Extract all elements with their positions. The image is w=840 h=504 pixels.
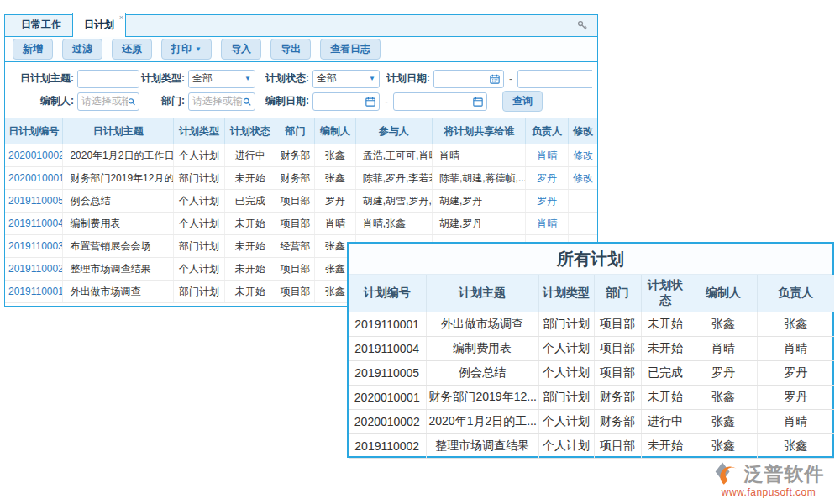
cell-link[interactable]: 2019110004: [5, 213, 63, 235]
table-cell: 经营部: [276, 235, 315, 258]
cell-link[interactable]: 2019110001: [5, 281, 63, 303]
add-button[interactable]: 新增: [13, 39, 53, 60]
type-select[interactable]: 全部 ▼: [188, 70, 255, 88]
plan-date-to-input[interactable]: [517, 70, 592, 88]
table-cell: 胡建,胡雪,罗丹,任晓...: [355, 190, 432, 213]
cell-link[interactable]: 罗丹: [526, 190, 569, 213]
table-cell: 项目部: [594, 433, 641, 458]
calendar-icon[interactable]: [365, 97, 375, 107]
search-icon[interactable]: [243, 97, 251, 107]
cell-link[interactable]: 肖晴: [526, 144, 569, 167]
desktop: 日常工作 日计划 × 新增 过滤 还原 打印 ▼ 导入 导出 查: [0, 0, 840, 504]
cell-link[interactable]: 2019110003: [5, 235, 63, 258]
type-select-value: 全部: [192, 71, 213, 86]
plan-date-from-input[interactable]: [433, 70, 504, 88]
table-row[interactable]: 2019110001外出做市场调查部门计划项目部未开始张鑫张鑫: [349, 312, 834, 336]
table-row[interactable]: 2019110004编制费用表个人计划项目部未开始肖晴肖晴: [349, 336, 834, 360]
create-date-to-input[interactable]: [393, 92, 487, 111]
status-select[interactable]: 全部 ▼: [312, 70, 380, 88]
table-cell: 胡建,罗丹: [432, 213, 525, 235]
table-cell: 财务部: [276, 167, 315, 190]
cell-link[interactable]: 2020010001: [5, 167, 63, 190]
column-header: 计划主题: [426, 275, 538, 312]
tab-daily-plan[interactable]: 日计划 ×: [72, 13, 126, 37]
table-cell: 已完成: [224, 190, 276, 213]
table-cell: 张鑫: [315, 167, 356, 190]
table-cell: 整理市场调查结果: [63, 258, 174, 281]
table-cell: 2020010002: [349, 409, 426, 433]
filter-button[interactable]: 过滤: [62, 39, 102, 60]
brand-url: www.fanpusoft.com: [702, 486, 835, 498]
table-cell: 未开始: [224, 213, 276, 235]
search-icon[interactable]: [128, 97, 135, 107]
cell-link[interactable]: 肖晴: [526, 213, 569, 235]
cell-link[interactable]: 修改: [569, 144, 598, 167]
dept-placeholder: 请选择或输入: [192, 94, 243, 108]
theme-input[interactable]: [77, 70, 139, 88]
table-row[interactable]: 20200100022020年1月2日的工...个人计划财务部进行中张鑫肖晴: [349, 409, 834, 433]
table-cell: 肖晴: [432, 144, 525, 167]
cell-link[interactable]: 2019110005: [5, 190, 63, 213]
table-row[interactable]: 2019110004编制费用表个人计划未开始项目部肖晴肖晴,张鑫胡建,罗丹肖晴: [5, 213, 597, 235]
key-icon[interactable]: [575, 19, 589, 33]
table-cell: 张鑫: [757, 433, 834, 458]
table-cell: 项目部: [276, 258, 315, 281]
table-cell: 个人计划: [538, 433, 594, 458]
import-button[interactable]: 导入: [221, 39, 261, 60]
all-plans-title: 所有计划: [349, 244, 832, 275]
view-log-button[interactable]: 查看日志: [320, 39, 381, 60]
table-cell: 个人计划: [538, 360, 594, 385]
table-row[interactable]: 2019110002整理市场调查结果个人计划项目部未开始张鑫张鑫: [349, 433, 834, 458]
table-header-row: 日计划编号日计划主题计划类型计划状态部门编制人参与人将计划共享给谁负责人修改: [5, 118, 597, 144]
table-row[interactable]: 2020010001财务部门2019年12月的...部门计划未开始财务部张鑫陈菲…: [5, 167, 597, 190]
print-button[interactable]: 打印 ▼: [161, 39, 212, 60]
cell-link[interactable]: 修改: [569, 167, 598, 190]
column-header: 计划编号: [349, 275, 426, 312]
table-cell: 个人计划: [174, 258, 225, 281]
export-button[interactable]: 导出: [270, 39, 311, 60]
table-cell: 财务部: [276, 144, 315, 167]
table-row[interactable]: 2020010001财务部门2019年12...部门计划财务部未开始张鑫罗丹: [349, 385, 834, 409]
table-cell: 例会总结: [63, 190, 174, 213]
table-cell: 例会总结: [426, 360, 538, 385]
table-cell: 未开始: [641, 385, 690, 409]
table-cell: 部门计划: [174, 281, 225, 303]
table-cell: 已完成: [641, 360, 690, 385]
column-header: 将计划共享给谁: [432, 118, 525, 144]
tab-daily-work[interactable]: 日常工作: [10, 13, 72, 36]
table-row[interactable]: 2019110005例会总结个人计划项目部已完成罗丹罗丹: [349, 360, 834, 385]
calendar-icon[interactable]: [490, 74, 500, 84]
table-cell: 部门计划: [174, 235, 225, 258]
chevron-down-icon: ▼: [244, 76, 251, 82]
table-cell: 未开始: [641, 336, 690, 360]
create-date-from-input[interactable]: [312, 92, 380, 111]
status-select-value: 全部: [317, 71, 337, 86]
brand-name: 泛普软件: [744, 461, 825, 487]
cell-link[interactable]: 罗丹: [526, 167, 569, 190]
table-cell: 个人计划: [538, 409, 594, 433]
theme-label: 日计划主题:: [10, 71, 77, 86]
date-range-separator: -: [380, 96, 393, 108]
tab-close-icon[interactable]: ×: [119, 14, 123, 22]
restore-button[interactable]: 还原: [112, 39, 152, 60]
table-cell: 未开始: [641, 312, 690, 336]
table-cell: 未开始: [224, 258, 276, 281]
type-label: 计划类型:: [139, 71, 188, 86]
table-cell: 2019110001: [349, 312, 426, 336]
table-cell: 2020010001: [349, 385, 426, 409]
query-button[interactable]: 查询: [502, 91, 543, 112]
table-cell: 项目部: [276, 213, 315, 235]
cell-link[interactable]: 2020010002: [5, 144, 63, 167]
table-cell: 项目部: [594, 312, 641, 336]
calendar-icon[interactable]: [473, 97, 483, 107]
table-cell: 部门计划: [538, 385, 594, 409]
cell-link[interactable]: 2019110002: [5, 258, 63, 281]
table-cell: 个人计划: [174, 144, 225, 167]
table-cell: 编制费用表: [63, 213, 174, 235]
creator-input[interactable]: 请选择或输入: [77, 92, 139, 111]
table-cell: 肖晴: [690, 336, 757, 360]
table-row[interactable]: 2019110005例会总结个人计划已完成项目部罗丹胡建,胡雪,罗丹,任晓...…: [5, 190, 597, 213]
table-row[interactable]: 20200100022020年1月2日的工作日...个人计划进行中财务部张鑫孟浩…: [5, 144, 597, 167]
table-cell: [569, 190, 598, 213]
dept-input[interactable]: 请选择或输入: [188, 92, 255, 111]
